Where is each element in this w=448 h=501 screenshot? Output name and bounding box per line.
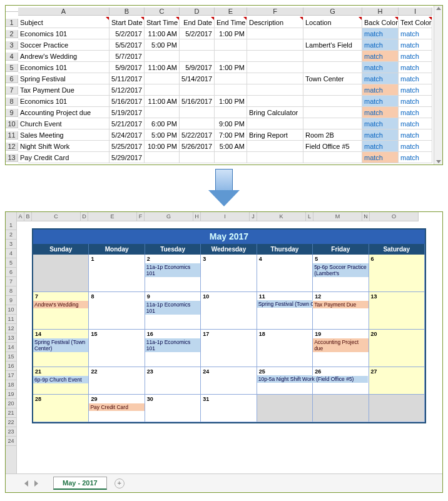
data-cell[interactable]: 9:00 PM — [215, 118, 247, 129]
column-header[interactable]: K — [257, 212, 306, 221]
data-cell[interactable] — [180, 39, 215, 51]
data-cell[interactable]: 5/12/2017 — [109, 84, 145, 96]
back-color-cell[interactable]: match — [362, 107, 399, 118]
calendar-day[interactable]: 22 — [89, 367, 145, 395]
text-color-cell[interactable]: match — [399, 141, 432, 152]
data-cell[interactable] — [303, 28, 362, 39]
row-header[interactable]: 19 — [6, 390, 16, 399]
event-chip[interactable]: 6p-9p Church Event — [33, 376, 88, 383]
text-color-cell[interactable]: match — [399, 39, 432, 51]
data-cell[interactable] — [247, 73, 303, 84]
row-header[interactable]: 15 — [6, 352, 16, 362]
row-header[interactable]: 13 — [6, 154, 18, 162]
row-header[interactable]: 2 — [6, 230, 16, 240]
column-header[interactable]: A — [17, 212, 24, 221]
calendar-day[interactable]: 18 — [257, 330, 313, 367]
row-header[interactable]: 8 — [6, 286, 16, 296]
data-cell[interactable]: Soccer Practice — [18, 39, 109, 51]
data-cell[interactable]: Field Office #5 — [303, 141, 362, 152]
data-cell[interactable]: 5/19/2017 — [109, 107, 145, 118]
calendar-day[interactable]: 31 — [201, 395, 257, 422]
row-header[interactable]: 1 — [6, 221, 16, 230]
column-header[interactable]: B — [109, 8, 145, 16]
data-cell[interactable]: Economics 101 — [18, 62, 109, 73]
data-cell[interactable] — [215, 39, 247, 51]
data-cell[interactable] — [215, 107, 247, 118]
calendar-day[interactable] — [33, 255, 89, 292]
data-cell[interactable] — [145, 73, 180, 84]
back-color-cell[interactable]: match — [362, 51, 399, 62]
row-header[interactable]: 3 — [6, 41, 18, 49]
data-cell[interactable] — [215, 84, 247, 96]
back-color-cell[interactable]: match — [362, 62, 399, 73]
row-header[interactable]: 12 — [6, 324, 16, 333]
column-header[interactable]: F — [137, 212, 145, 221]
event-chip[interactable]: 11a-1p Economics 101 — [145, 301, 200, 315]
vertical-scrollbar[interactable] — [434, 6, 442, 164]
calendar-day[interactable]: 24 — [201, 367, 257, 395]
header-cell[interactable]: Start Time — [145, 17, 180, 28]
data-cell[interactable]: 11:00 AM — [145, 28, 180, 39]
column-header[interactable]: C — [145, 8, 180, 16]
data-cell[interactable]: 5/16/2017 — [109, 96, 145, 107]
data-cell[interactable]: Sales Meeting — [18, 129, 109, 141]
data-cell[interactable]: 5/26/2017 — [180, 141, 215, 152]
data-cell[interactable] — [215, 152, 247, 163]
data-cell[interactable] — [145, 84, 180, 96]
calendar-day[interactable] — [369, 395, 425, 422]
data-cell[interactable]: 5/25/2017 — [109, 141, 145, 152]
calendar-day[interactable]: 8 — [89, 292, 145, 330]
calendar-day[interactable]: 14Spring Festival (Town Center) — [33, 330, 89, 367]
column-header[interactable]: F — [247, 8, 303, 16]
calendar-day[interactable]: 19Accounting Project due — [313, 330, 369, 367]
calendar-day[interactable]: 2510p-5a Night Shift Work (Field Office … — [257, 367, 313, 395]
event-chip[interactable]: Tax Payment Due — [313, 301, 368, 308]
row-header[interactable]: 16 — [6, 362, 16, 371]
text-color-cell[interactable]: match — [399, 107, 432, 118]
data-cell[interactable]: 5/24/2017 — [109, 129, 145, 141]
calendar-day[interactable]: 3 — [201, 255, 257, 292]
row-header[interactable]: 23 — [6, 427, 16, 437]
row-header[interactable]: 20 — [6, 399, 16, 408]
data-cell[interactable] — [303, 62, 362, 73]
data-cell[interactable]: 6:00 PM — [145, 118, 180, 129]
column-header[interactable]: M — [313, 212, 362, 221]
data-cell[interactable] — [303, 152, 362, 163]
row-header[interactable]: 3 — [6, 240, 16, 249]
row-header[interactable]: 13 — [6, 333, 16, 343]
data-cell[interactable]: Economics 101 — [18, 96, 109, 107]
data-cell[interactable]: Town Center — [303, 73, 362, 84]
row-header[interactable]: 11 — [6, 131, 18, 139]
column-header[interactable]: D — [81, 212, 88, 221]
header-cell[interactable]: Description — [247, 17, 303, 28]
text-color-cell[interactable]: match — [399, 118, 432, 129]
row-header[interactable]: 9 — [6, 296, 16, 305]
sheet-tab-may-2017[interactable]: May - 2017 — [53, 477, 107, 490]
row-header[interactable]: 4 — [6, 249, 16, 258]
column-header[interactable]: O — [370, 212, 419, 221]
row-header[interactable]: 14 — [6, 343, 16, 352]
text-color-cell[interactable]: match — [399, 28, 432, 39]
calendar-day[interactable]: 15 — [89, 330, 145, 367]
data-cell[interactable]: 5:00 PM — [145, 129, 180, 141]
column-header[interactable]: I — [399, 8, 432, 16]
text-color-cell[interactable]: match — [399, 73, 432, 84]
calendar-day[interactable]: 6 — [369, 255, 425, 292]
row-header[interactable]: 9 — [6, 109, 18, 117]
event-chip[interactable]: Pay Credit Card — [89, 403, 144, 411]
column-header[interactable]: C — [32, 212, 81, 221]
calendar-day[interactable]: 30 — [145, 395, 201, 422]
new-sheet-button[interactable]: + — [115, 478, 125, 488]
data-cell[interactable] — [247, 62, 303, 73]
row-header[interactable]: 12 — [6, 143, 18, 151]
calendar-day[interactable]: 10 — [201, 292, 257, 330]
data-cell[interactable]: Andrew's Wedding — [18, 51, 109, 62]
header-cell[interactable]: End Date — [180, 17, 215, 28]
text-color-cell[interactable]: match — [399, 62, 432, 73]
data-cell[interactable] — [247, 84, 303, 96]
data-cell[interactable] — [215, 73, 247, 84]
header-cell[interactable]: Start Date — [109, 17, 145, 28]
data-cell[interactable] — [180, 118, 215, 129]
back-color-cell[interactable]: match — [362, 152, 399, 163]
calendar-day[interactable]: 12Tax Payment Due — [313, 292, 369, 330]
